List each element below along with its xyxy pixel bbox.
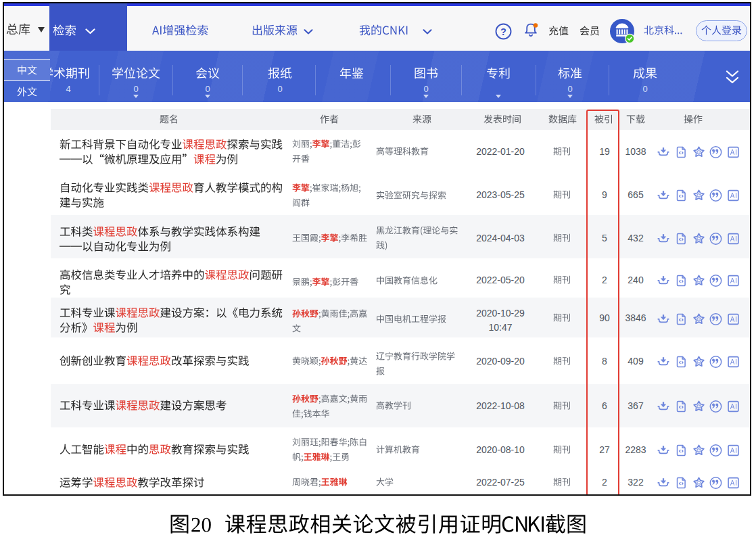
svg-text:?: ? [500, 26, 506, 37]
